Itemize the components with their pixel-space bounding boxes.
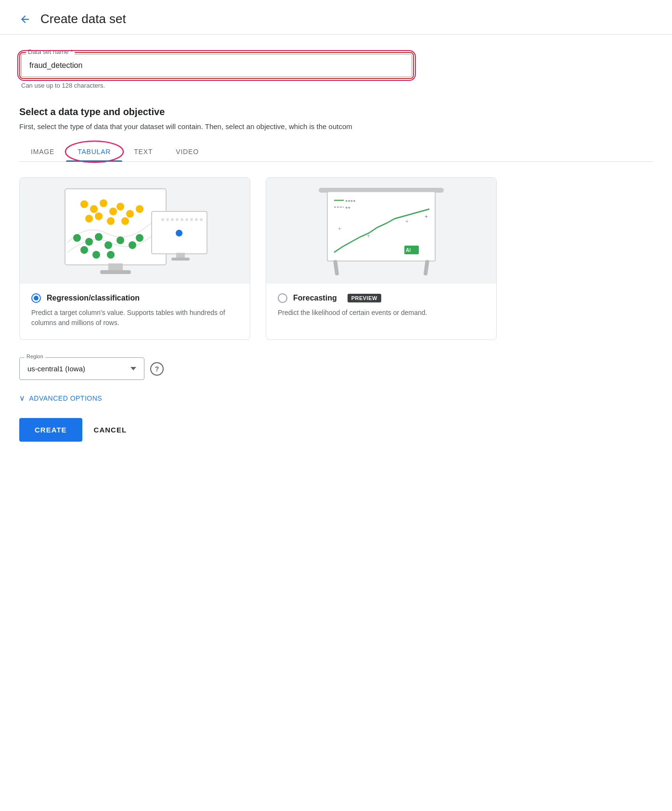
region-select[interactable]: Region us-central1 (Iowa) xyxy=(19,357,144,380)
card-regression-image xyxy=(20,178,250,284)
svg-point-14 xyxy=(121,217,129,225)
data-type-tabs: IMAGE TABULAR TEXT VIDEO xyxy=(19,142,653,162)
tab-tabular[interactable]: TABULAR xyxy=(66,142,122,161)
svg-point-12 xyxy=(136,205,143,213)
svg-text:+: + xyxy=(367,233,370,239)
svg-point-18 xyxy=(80,246,88,254)
back-button[interactable] xyxy=(19,13,31,25)
svg-point-35 xyxy=(190,218,193,221)
svg-point-32 xyxy=(176,218,179,221)
regression-radio[interactable] xyxy=(31,293,41,303)
svg-point-22 xyxy=(107,251,115,259)
tab-image[interactable]: IMAGE xyxy=(19,142,66,161)
svg-point-24 xyxy=(136,234,143,242)
create-button[interactable]: CREATE xyxy=(19,418,82,442)
objective-cards-row: Regression/classification Predict a targ… xyxy=(19,177,653,340)
advanced-options-toggle[interactable]: ∨ ADVANCED OPTIONS xyxy=(19,393,653,403)
svg-point-19 xyxy=(104,241,112,249)
svg-text:+: + xyxy=(405,218,409,225)
forecasting-desc: Predict the likelihood of certain events… xyxy=(278,308,485,318)
svg-point-37 xyxy=(200,218,203,221)
svg-point-4 xyxy=(80,200,88,208)
svg-text:●●●●: ●●●● xyxy=(345,198,356,203)
svg-point-34 xyxy=(185,218,188,221)
regression-title: Regression/classification xyxy=(47,294,140,302)
classification-illustration xyxy=(58,185,212,276)
region-label: Region xyxy=(25,353,45,359)
forecasting-illustration: ●●●● ●● + + + + AI xyxy=(309,185,453,276)
svg-rect-40 xyxy=(333,260,339,275)
svg-point-11 xyxy=(126,210,134,218)
svg-point-23 xyxy=(129,241,136,249)
region-select-wrapper: Region us-central1 (Iowa) ? xyxy=(19,357,653,380)
section-desc: First, select the type of data that your… xyxy=(19,122,653,131)
svg-rect-39 xyxy=(327,192,435,261)
page-title: Create data set xyxy=(40,12,126,26)
svg-point-8 xyxy=(85,215,93,222)
dataset-name-input[interactable] xyxy=(21,54,412,77)
section-title: Select a data type and objective xyxy=(19,106,653,118)
regression-desc: Predict a target column's value. Support… xyxy=(31,308,238,328)
forecasting-preview-badge: PREVIEW xyxy=(348,294,381,302)
svg-point-15 xyxy=(73,234,81,242)
svg-text:AI: AI xyxy=(406,248,411,253)
svg-point-36 xyxy=(195,218,198,221)
svg-text:+: + xyxy=(338,225,341,232)
svg-point-30 xyxy=(166,218,169,221)
tab-text[interactable]: TEXT xyxy=(122,142,164,161)
svg-point-21 xyxy=(92,251,100,259)
tab-video[interactable]: VIDEO xyxy=(164,142,210,161)
cancel-button[interactable]: CANCEL xyxy=(94,426,127,434)
region-dropdown-arrow xyxy=(130,367,136,370)
svg-point-6 xyxy=(100,199,107,207)
svg-rect-2 xyxy=(108,263,123,271)
actions-row: CREATE CANCEL xyxy=(19,418,653,442)
svg-point-17 xyxy=(95,233,103,241)
svg-point-13 xyxy=(107,217,115,225)
svg-rect-41 xyxy=(424,260,429,275)
card-forecasting-image: ●●●● ●● + + + + AI xyxy=(266,178,496,284)
svg-point-5 xyxy=(90,205,98,213)
svg-point-33 xyxy=(181,218,183,221)
dataset-name-hint: Can use up to 128 characters. xyxy=(21,82,653,89)
svg-rect-3 xyxy=(100,270,131,274)
card-forecasting-radio-row: Forecasting PREVIEW xyxy=(278,293,485,303)
region-help-icon[interactable]: ? xyxy=(150,362,164,376)
svg-point-31 xyxy=(171,218,174,221)
svg-point-9 xyxy=(95,212,103,220)
svg-point-16 xyxy=(85,238,93,246)
dataset-name-label: Data set name * xyxy=(26,48,75,55)
page-header: Create data set xyxy=(0,0,672,35)
advanced-options-chevron: ∨ xyxy=(19,393,26,403)
svg-point-29 xyxy=(161,218,164,221)
svg-text:+: + xyxy=(425,213,428,220)
card-regression[interactable]: Regression/classification Predict a targ… xyxy=(19,177,250,340)
card-forecasting[interactable]: ●●●● ●● + + + + AI Fo xyxy=(266,177,497,340)
svg-point-10 xyxy=(116,203,124,210)
region-group: Region us-central1 (Iowa) ? xyxy=(19,357,653,380)
svg-rect-27 xyxy=(171,258,190,261)
svg-rect-1 xyxy=(65,189,166,265)
svg-text:●●: ●● xyxy=(345,205,350,210)
svg-point-7 xyxy=(109,208,117,215)
card-regression-radio-row: Regression/classification xyxy=(31,293,238,303)
advanced-options-label: ADVANCED OPTIONS xyxy=(29,394,103,402)
forecasting-title: Forecasting xyxy=(293,294,337,302)
card-forecasting-content: Forecasting PREVIEW Predict the likeliho… xyxy=(266,284,496,329)
card-regression-content: Regression/classification Predict a targ… xyxy=(20,284,250,340)
forecasting-radio[interactable] xyxy=(278,293,287,303)
svg-point-20 xyxy=(116,236,124,244)
dataset-name-field-group: Data set name * Can use up to 128 charac… xyxy=(19,52,653,89)
region-value: us-central1 (Iowa) xyxy=(27,365,85,373)
svg-point-28 xyxy=(176,230,182,236)
dataset-name-input-wrapper: Data set name * xyxy=(19,52,414,79)
